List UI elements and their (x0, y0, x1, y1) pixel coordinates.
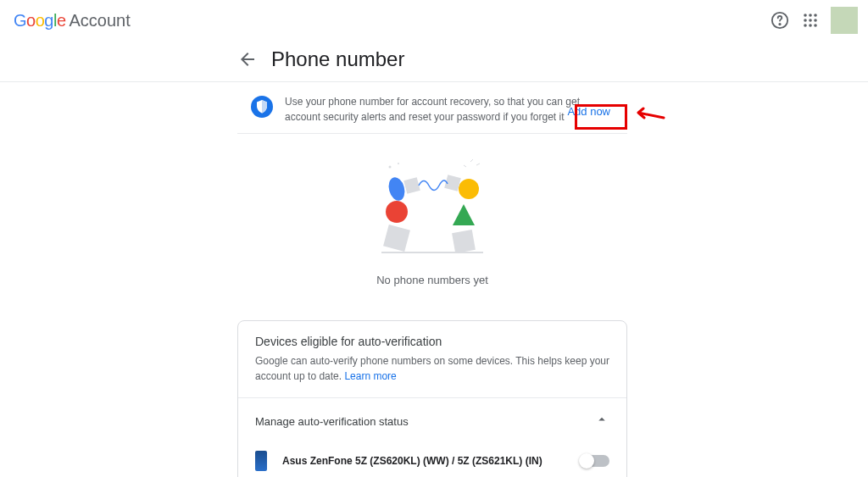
svg-point-14 (386, 201, 408, 223)
svg-line-24 (476, 164, 480, 165)
svg-point-22 (398, 163, 399, 164)
device-row: Asus ZenFone 5Z (ZS620KL) (WW) / 5Z (ZS6… (255, 430, 609, 471)
apps-grid-icon[interactable] (800, 10, 821, 31)
help-icon[interactable] (770, 10, 790, 31)
back-arrow-icon[interactable] (237, 49, 258, 69)
shield-icon (251, 96, 273, 118)
svg-point-3 (809, 14, 812, 17)
user-avatar[interactable] (831, 7, 858, 34)
svg-point-7 (814, 19, 817, 22)
svg-marker-17 (453, 204, 475, 225)
phone-device-icon (255, 451, 267, 471)
page-title: Phone number (271, 47, 404, 71)
svg-point-4 (814, 14, 817, 17)
svg-rect-13 (383, 225, 410, 252)
devices-card-title: Devices eligible for auto-verification (255, 335, 609, 348)
device-name: Asus ZenFone 5Z (ZS620KL) (WW) / 5Z (ZS6… (282, 455, 542, 467)
manage-verification-label: Manage auto-verification status (255, 415, 409, 428)
annotation-arrow-icon (632, 106, 665, 126)
svg-point-2 (804, 14, 807, 17)
account-label: Account (70, 11, 131, 31)
svg-point-8 (804, 24, 807, 27)
svg-point-10 (814, 24, 817, 27)
empty-state-text: No phone numbers yet (237, 274, 627, 286)
svg-rect-16 (452, 230, 476, 253)
header-actions (770, 7, 858, 34)
devices-card: Devices eligible for auto-verification G… (237, 320, 627, 477)
recovery-info-row: Use your phone number for account recove… (237, 82, 627, 134)
svg-point-6 (809, 19, 812, 22)
svg-point-15 (387, 175, 408, 202)
svg-point-5 (804, 19, 807, 22)
manage-verification-toggle-row[interactable]: Manage auto-verification status (255, 398, 609, 430)
svg-line-23 (470, 159, 473, 162)
svg-rect-19 (403, 177, 420, 194)
main-content: Use your phone number for account recove… (237, 82, 627, 477)
svg-point-18 (459, 179, 479, 199)
svg-point-9 (809, 24, 812, 27)
svg-point-1 (779, 24, 780, 25)
app-header: Google Account (0, 0, 868, 41)
add-now-button[interactable]: Add now (557, 98, 620, 125)
empty-state-illustration (348, 147, 517, 257)
empty-state-section: No phone numbers yet (237, 134, 627, 303)
chevron-up-icon (594, 412, 609, 430)
svg-point-21 (389, 166, 392, 169)
learn-more-link[interactable]: Learn more (344, 370, 396, 382)
device-toggle-switch[interactable] (581, 455, 609, 467)
devices-card-description: Google can auto-verify phone numbers on … (255, 353, 609, 384)
google-logo: Google (14, 11, 66, 31)
svg-line-25 (464, 165, 466, 167)
title-bar: Phone number (0, 41, 868, 82)
logo-area: Google Account (14, 11, 131, 31)
